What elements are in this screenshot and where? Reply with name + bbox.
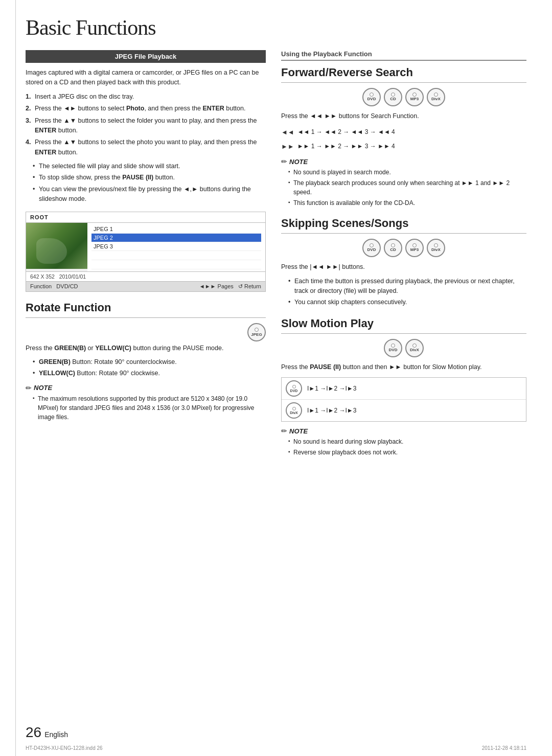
list-item: You can view the previous/next file by p…: [33, 185, 266, 204]
slow-motion-divider: [281, 333, 526, 334]
forward-note: ✏ NOTE No sound is played in search mode…: [281, 157, 526, 208]
search-row-forward: ►► ►► 1 → ►► 2 → ►► 3 → ►► 4: [281, 141, 526, 152]
list-item: GREEN(B) Button: Rotate 90° counterclock…: [33, 357, 266, 367]
badge-dot: [292, 385, 296, 388]
skipping-section: Skipping Scenes/Songs DVD CD MP3: [281, 217, 526, 308]
list-item: 2. Press the ◄► buttons to select Photo,…: [26, 104, 266, 113]
dvd-badge: DVD: [362, 239, 381, 257]
screenshot-footer-left: Function DVD/CD: [30, 283, 78, 289]
jpeg-intro: Images captured with a digital camera or…: [26, 68, 266, 88]
cd-badge: CD: [384, 239, 402, 257]
screenshot-root-label: ROOT: [26, 212, 265, 223]
sm-dvd-text: I►1 →I►2 →I►3: [307, 385, 356, 392]
sm-row-dvd: DVD I►1 →I►2 →I►3: [282, 378, 526, 400]
rotate-note: ✏ NOTE The maximum resolutions supported…: [26, 384, 266, 422]
jpeg-screenshot: ROOT JPEG 1 JPEG 2 JPEG 3 642 X 352 2010…: [26, 212, 266, 292]
main-columns: JPEG File Playback Images captured with …: [26, 50, 526, 462]
forward-reverse-intro: Press the ◄◄ ►► buttons for Search Funct…: [281, 111, 526, 121]
dvd-badge: DVD: [384, 339, 402, 357]
rotate-bullets: GREEN(B) Button: Rotate 90° counterclock…: [26, 357, 266, 379]
footer-right: 2011-12-28 4:18:11: [482, 745, 526, 751]
cd-badge: CD: [384, 88, 402, 106]
badge-dot: [391, 93, 395, 97]
list-item-selected: JPEG 2: [91, 234, 261, 242]
jpeg-steps-list: 1. Insert a JPEG disc on the disc tray. …: [26, 92, 266, 157]
jpeg-disc-badge: JPEG: [247, 323, 266, 341]
using-header-label: Using the Playback Function: [281, 50, 372, 58]
list-item: JPEG 3: [91, 242, 261, 251]
list-item: 4. Press the ▲▼ buttons to select the ph…: [26, 138, 266, 157]
rewind-speeds: ◄◄ 1 → ◄◄ 2 → ◄◄ 3 → ◄◄ 4: [297, 127, 395, 138]
note-label: NOTE: [34, 384, 52, 392]
screenshot-meta: 642 X 352 2010/01/01: [26, 271, 265, 281]
note-list: The maximum resolutions supported by thi…: [26, 394, 266, 422]
badge-dot: [412, 243, 417, 247]
rotate-section-title: Rotate Function: [26, 301, 266, 314]
badge-label: JPEG: [251, 332, 262, 337]
page-number-block: 26English: [26, 724, 68, 741]
badge-dot: [412, 93, 417, 97]
sm-row-divx: DivX I►1 →I►2 →I►3: [282, 400, 526, 421]
list-item: [91, 251, 261, 260]
dvd-badge: DVD: [362, 88, 381, 106]
rewind-icon: ◄◄: [281, 126, 294, 138]
note-icon: ✏: [281, 427, 287, 435]
jpeg-badge-wrapper: JPEG: [26, 323, 266, 341]
screenshot-file-list: JPEG 1 JPEG 2 JPEG 3: [87, 223, 265, 271]
list-item: The maximum resolutions supported by thi…: [33, 394, 266, 422]
forward-note-list: No sound is played in search mode. The p…: [281, 168, 526, 208]
screenshot-body: JPEG 1 JPEG 2 JPEG 3: [26, 223, 265, 271]
right-column: Using the Playback Function Forward/Reve…: [281, 50, 526, 462]
badge-dot: [370, 243, 374, 247]
rotate-intro: Press the GREEN(B) or YELLOW(C) button d…: [26, 343, 266, 353]
list-item: The playback search produces sound only …: [288, 178, 526, 197]
forward-reverse-title: Forward/Reverse Search: [281, 66, 526, 79]
list-item: JPEG 1: [91, 225, 261, 234]
page-english-label: English: [44, 730, 68, 739]
jpeg-section-header: JPEG File Playback: [26, 50, 266, 63]
slow-motion-title: Slow Motion Play: [281, 317, 526, 330]
forward-speeds: ►► 1 → ►► 2 → ►► 3 → ►► 4: [297, 141, 395, 152]
screenshot-footer-right: ◄►► Pages ↺ Return: [199, 283, 261, 290]
using-header-bar: Using the Playback Function: [281, 50, 526, 61]
slow-motion-section: Slow Motion Play DVD DivX Press the PAUS…: [281, 317, 526, 457]
left-column: JPEG File Playback Images captured with …: [26, 50, 266, 462]
page-number-text: 26: [26, 724, 41, 740]
badge-dot: [391, 243, 395, 247]
sm-divx-text: I►1 →I►2 →I►3: [307, 407, 356, 414]
forward-icon: ►►: [281, 141, 294, 152]
note-header: ✏ NOTE: [281, 427, 526, 435]
page-footer: HT-D423H-XU-ENG-1228.indd 26 2011-12-28 …: [26, 745, 526, 751]
badge-dot: [370, 93, 374, 97]
list-item: 1. Insert a JPEG disc on the disc tray.: [26, 92, 266, 102]
list-item: 3. Press the ▲▼ buttons to select the fo…: [26, 116, 266, 136]
screenshot-thumbnail: [26, 223, 87, 269]
rotate-section: Rotate Function JPEG Press the GREEN(B) …: [26, 301, 266, 422]
list-item: No sound is heard during slow playback.: [288, 437, 526, 446]
list-item: You cannot skip chapters consecutively.: [288, 297, 526, 307]
page-container: Basic Functions JPEG File Playback Image…: [0, 0, 552, 756]
badge-dot: [434, 243, 438, 247]
search-row-rewind: ◄◄ ◄◄ 1 → ◄◄ 2 → ◄◄ 3 → ◄◄ 4: [281, 126, 526, 138]
divx-badge: DivX: [427, 88, 445, 106]
badge-dot: [391, 343, 395, 348]
skipping-divider: [281, 233, 526, 234]
slow-motion-badges: DVD DivX: [281, 339, 526, 357]
slow-motion-note-list: No sound is heard during slow playback. …: [281, 437, 526, 457]
list-item: YELLOW(C) Button: Rotate 90° clockwise.: [33, 369, 266, 378]
sm-dvd-badge: DVD: [286, 380, 302, 397]
list-item: Reverse slow playback does not work.: [288, 448, 526, 457]
list-item: The selected file will play and slide sh…: [33, 162, 266, 171]
mp3-badge: MP3: [405, 88, 424, 106]
divx-badge: DivX: [427, 239, 445, 257]
search-diagram: ◄◄ ◄◄ 1 → ◄◄ 2 → ◄◄ 3 → ◄◄ 4 ►► ►► 1 → ►…: [281, 126, 526, 152]
list-item: This function is available only for the …: [288, 198, 526, 208]
badge-dot: [292, 407, 296, 410]
forward-reverse-divider: [281, 82, 526, 83]
jpeg-bullets-list: The selected file will play and slide sh…: [26, 162, 266, 204]
page-title: Basic Functions: [26, 15, 526, 40]
note-label: NOTE: [289, 427, 308, 435]
slow-motion-intro: Press the PAUSE (II) button and then ►► …: [281, 362, 526, 372]
note-label: NOTE: [289, 158, 308, 166]
badge-center-dot: [255, 328, 259, 332]
